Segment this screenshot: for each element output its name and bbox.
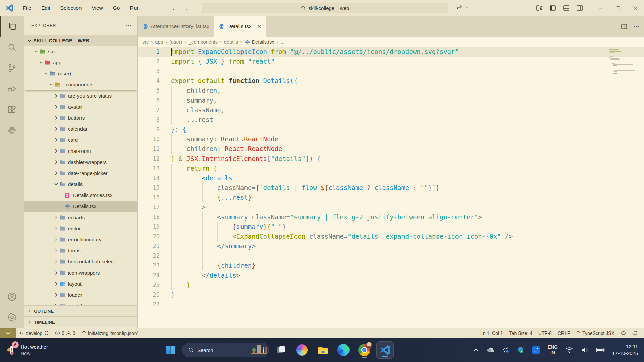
code-line-17[interactable]: 17 > — [138, 202, 644, 212]
tree-item-app[interactable]: app — [24, 57, 137, 68]
tree-item-error-boundary[interactable]: error-boundary — [24, 234, 137, 245]
taskbar-search[interactable]: Search — [182, 343, 269, 357]
tree-item-echarts[interactable]: echarts — [24, 212, 137, 223]
vscode-app-icon[interactable] — [376, 341, 394, 359]
tree-item-src[interactable]: src — [24, 46, 137, 57]
menu-edit[interactable]: Edit — [37, 4, 54, 12]
extensions-icon[interactable] — [0, 99, 24, 120]
battery-icon[interactable] — [596, 347, 605, 353]
copilot-chat-icon[interactable] — [455, 3, 463, 11]
outline-section[interactable]: OUTLINE — [24, 305, 137, 316]
remote-indicator[interactable]: >< — [0, 328, 16, 338]
code-line-22[interactable]: 22 — [138, 251, 644, 261]
split-editor-icon[interactable] — [621, 23, 627, 30]
tree-item-layout[interactable]: layout — [24, 278, 137, 289]
file-explorer-icon[interactable] — [314, 341, 331, 359]
menu-more[interactable]: ··· — [144, 4, 157, 12]
timeline-section[interactable]: TIMELINE — [24, 316, 137, 327]
encoding[interactable]: UTF-8 — [535, 328, 555, 338]
code-line-21[interactable]: 21 </summary> — [138, 241, 644, 251]
notifications-bell-icon[interactable] — [629, 328, 641, 338]
python-extension-icon[interactable] — [0, 120, 24, 141]
keyboard-layout[interactable]: ENGIN — [548, 344, 558, 356]
tree-item-avatar[interactable]: avatar — [24, 101, 137, 112]
code-line-19[interactable]: 19 {summary}{" "} — [138, 222, 644, 232]
tree-item-editor[interactable]: editor — [24, 223, 137, 234]
code-line-16[interactable]: 16 {...rest} — [138, 193, 644, 202]
menu-run[interactable]: Run — [126, 4, 143, 12]
start-button[interactable] — [162, 341, 179, 359]
breadcrumb-item[interactable]: app — [155, 39, 163, 45]
taskbar-clock[interactable]: 12:11 17-10-2025 — [612, 343, 638, 357]
code-line-10[interactable]: 10 summary: React.ReactNode — [138, 134, 644, 144]
workspace-root-item[interactable]: SKILL-COLLEGE__WEB — [24, 35, 137, 46]
breadcrumb-file[interactable]: Details.tsx — [245, 39, 274, 45]
code-line-24[interactable]: 24 </details> — [138, 270, 644, 280]
toggle-sidebar-icon[interactable] — [549, 5, 556, 11]
cursor-position[interactable]: Ln 1, Col 1 — [477, 328, 506, 338]
tree-item--user-[interactable]: (user) — [24, 68, 137, 79]
code-line-18[interactable]: 18 <summary className="summary | flex g-… — [138, 212, 644, 222]
tab-details[interactable]: Details.tsx × — [214, 16, 266, 37]
copilot-app-icon[interactable] — [293, 341, 311, 359]
tree-item-icon-wrappers[interactable]: icon-wrappers — [24, 267, 137, 278]
tab-close-icon[interactable]: × — [257, 23, 261, 30]
tree-item-buttons[interactable]: buttons — [24, 112, 137, 123]
menu-view[interactable]: View — [88, 4, 107, 12]
eol[interactable]: CRLF — [555, 328, 573, 338]
code-line-9[interactable]: 9}: { — [138, 125, 644, 134]
edge-browser-icon[interactable] — [335, 341, 352, 359]
account-icon[interactable] — [0, 286, 24, 307]
copilot-status-icon[interactable] — [618, 328, 629, 338]
run-debug-icon[interactable] — [0, 78, 24, 99]
breadcrumb-item[interactable]: src — [142, 39, 149, 45]
sync-update-icon[interactable] — [502, 346, 509, 354]
tree-item--components[interactable]: _components — [24, 79, 137, 90]
code-line-6[interactable]: 6 summary, — [138, 96, 644, 105]
weather-widget[interactable]: 6 Hot weather Now — [0, 343, 77, 357]
tree-item-date-range-picker[interactable]: date-range-picker — [24, 168, 137, 179]
code-line-15[interactable]: 15 className={`details | flow ${classNam… — [138, 183, 644, 193]
code-line-13[interactable]: 13 return ( — [138, 164, 644, 173]
code-line-11[interactable]: 11 children: React.ReactNode — [138, 144, 644, 154]
onedrive-icon[interactable] — [486, 347, 495, 353]
tab-size[interactable]: Tab Size: 4 — [506, 328, 535, 338]
breadcrumb-item[interactable]: (user) — [169, 39, 182, 45]
close-button[interactable] — [627, 0, 644, 16]
settings-gear-icon[interactable] — [0, 307, 24, 328]
search-view-icon[interactable] — [0, 37, 24, 58]
tree-item-loader[interactable]: loader — [24, 289, 137, 300]
code-line-27[interactable]: 27 — [138, 300, 644, 309]
code-line-8[interactable]: 8 ...rest — [138, 115, 644, 125]
menu-go[interactable]: Go — [109, 4, 124, 12]
tree-item-details-tsx[interactable]: Details.tsx — [24, 201, 137, 212]
editor-more-actions-icon[interactable]: ··· — [633, 23, 639, 30]
code-line-23[interactable]: 23 {children} — [138, 261, 644, 270]
wifi-icon[interactable] — [565, 347, 573, 353]
tree-item-modal[interactable]: modal — [24, 300, 137, 305]
code-line-4[interactable]: 4export default function Details({ — [138, 76, 644, 86]
tree-item-are-you-sure-status[interactable]: are-you-sure-status — [24, 90, 137, 101]
titlebar-search[interactable]: skill-college__web — [202, 3, 448, 13]
code-line-1[interactable]: 1import ExpandCollapseIcon from "@/../pu… — [138, 47, 644, 57]
toggle-secondary-sidebar-icon[interactable] — [576, 5, 583, 11]
tree-item-details[interactable]: details — [24, 179, 137, 190]
toggle-panel-icon[interactable] — [563, 5, 570, 11]
tree-item-chat-room[interactable]: chat-room — [24, 145, 137, 157]
source-control-icon[interactable] — [0, 58, 24, 78]
tree-item-horizontal-hub-select[interactable]: horizontal-hub-select — [24, 256, 137, 267]
phone-link-icon[interactable] — [532, 346, 540, 354]
code-editor[interactable]: 1import ExpandCollapseIcon from "@/../pu… — [138, 47, 644, 328]
explorer-actions-icon[interactable]: ··· — [125, 22, 132, 29]
tree-item-forms[interactable]: forms — [24, 245, 137, 256]
restore-button[interactable] — [609, 0, 627, 16]
tab-attendancehistorylist[interactable]: AttendanceHistoryList.tsx — [138, 16, 214, 37]
code-line-7[interactable]: 7 className, — [138, 105, 644, 115]
code-line-2[interactable]: 2import { JSX } from "react" — [138, 57, 644, 66]
volume-icon[interactable] — [581, 347, 589, 353]
explorer-icon[interactable] — [0, 16, 24, 37]
minimize-button[interactable] — [592, 0, 609, 16]
menu-file[interactable]: File — [19, 4, 35, 12]
breadcrumb-tail[interactable]: ... — [280, 39, 284, 45]
nav-forward-icon[interactable]: → — [182, 4, 189, 12]
